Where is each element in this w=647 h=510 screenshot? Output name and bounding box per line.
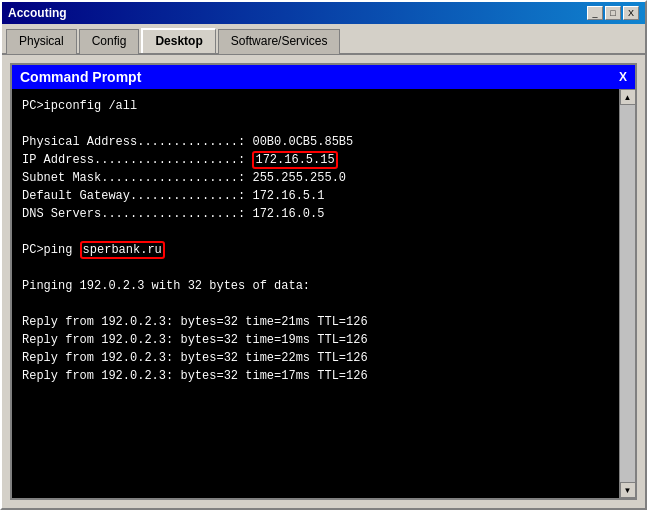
cmd-reply-2: Reply from 192.0.2.3: bytes=32 time=19ms… (22, 333, 368, 347)
cmd-line-blank2 (22, 225, 29, 239)
close-button[interactable]: X (623, 6, 639, 20)
cmd-line-blank4 (22, 297, 29, 311)
ip-address-highlight: 172.16.5.15 (252, 151, 337, 169)
cmd-line-subnet: Subnet Mask...................: 255.255.… (22, 171, 346, 185)
tab-software-services[interactable]: Software/Services (218, 29, 341, 54)
cmd-title-bar: Command Prompt X (12, 65, 635, 89)
cmd-reply-3: Reply from 192.0.2.3: bytes=32 time=22ms… (22, 351, 368, 365)
main-window: Accouting _ □ X Physical Config Desktop … (0, 0, 647, 510)
scroll-track[interactable] (620, 105, 635, 482)
cmd-title: Command Prompt (20, 69, 141, 85)
content-area: Command Prompt X PC>ipconfig /all Physic… (2, 55, 645, 508)
minimize-button[interactable]: _ (587, 6, 603, 20)
tab-bar: Physical Config Desktop Software/Service… (2, 24, 645, 55)
cmd-line-ip: IP Address....................: 172.16.5… (22, 151, 338, 169)
cmd-line-ping-cmd: PC>ping sperbank.ru (22, 241, 165, 259)
scroll-up-button[interactable]: ▲ (620, 89, 636, 105)
window-title: Accouting (8, 6, 67, 20)
cmd-line-dns: DNS Servers...................: 172.16.0… (22, 207, 324, 221)
cmd-body: PC>ipconfig /all Physical Address.......… (12, 89, 635, 498)
cmd-output[interactable]: PC>ipconfig /all Physical Address.......… (12, 89, 619, 498)
tab-desktop[interactable]: Desktop (141, 28, 215, 53)
cmd-line-gateway: Default Gateway...............: 172.16.5… (22, 189, 324, 203)
scrollbar: ▲ ▼ (619, 89, 635, 498)
window-controls: _ □ X (587, 6, 639, 20)
scroll-down-button[interactable]: ▼ (620, 482, 636, 498)
cmd-line-blank3 (22, 261, 29, 275)
tab-config[interactable]: Config (79, 29, 140, 54)
cmd-reply-4: Reply from 192.0.2.3: bytes=32 time=17ms… (22, 369, 368, 383)
command-prompt-window: Command Prompt X PC>ipconfig /all Physic… (10, 63, 637, 500)
cmd-line-pinging: Pinging 192.0.2.3 with 32 bytes of data: (22, 279, 310, 293)
cmd-close-button[interactable]: X (619, 70, 627, 84)
maximize-button[interactable]: □ (605, 6, 621, 20)
cmd-line-1: PC>ipconfig /all (22, 99, 137, 113)
cmd-reply-1: Reply from 192.0.2.3: bytes=32 time=21ms… (22, 315, 368, 329)
cmd-line-physical: Physical Address..............: 00B0.0CB… (22, 135, 353, 149)
domain-highlight: sperbank.ru (80, 241, 165, 259)
title-bar: Accouting _ □ X (2, 2, 645, 24)
cmd-line-blank1 (22, 117, 29, 131)
tab-physical[interactable]: Physical (6, 29, 77, 54)
